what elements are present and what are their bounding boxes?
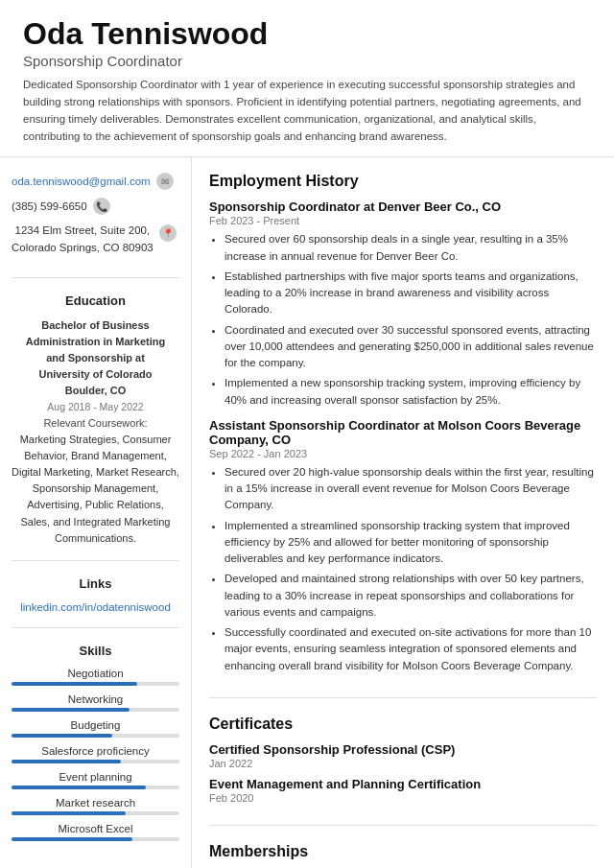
job-bullet: Established partnerships with five major… [224, 269, 597, 318]
linkedin-link[interactable]: linkedin.com/in/odatenniswood [20, 601, 171, 613]
contact-section: oda.tenniswood@gmail.com ✉ (385) 599-665… [12, 173, 179, 278]
job-bullet: Successfully coordinated and executed on… [224, 624, 597, 674]
job-title: Assistant Sponsorship Coordinator at Mol… [209, 418, 597, 447]
skill-bar-fill [12, 837, 132, 841]
education-content: Bachelor of Business Administration in M… [12, 317, 179, 547]
candidate-name: Oda Tenniswood [23, 17, 591, 51]
education-heading: Education [12, 293, 179, 308]
coursework-text: Marketing Strategies, Consumer Behavior,… [12, 434, 179, 543]
phone-item: (385) 599-6650 📞 [12, 198, 179, 215]
links-heading: Links [12, 576, 179, 591]
skills-section: Skills Negotiation Networking Budgeting … [12, 644, 179, 862]
cert-name: Event Management and Planning Certificat… [209, 777, 597, 791]
candidate-summary: Dedicated Sponsorship Coordinator with 1… [23, 77, 591, 145]
certificates-list: Certified Sponsorship Professional (CSP)… [209, 742, 597, 804]
resume: Oda Tenniswood Sponsorship Coordinator D… [0, 0, 614, 868]
skill-name: Networking [12, 693, 179, 705]
job-entry: Sponsorship Coordinator at Denver Beer C… [209, 199, 597, 409]
degree-line3: and Sponsorship at [46, 352, 145, 364]
education-dates: Aug 2018 - May 2022 [47, 401, 143, 412]
skill-bar-bg [12, 734, 179, 738]
degree-line1: Bachelor of Business [41, 319, 149, 331]
skill-bar-fill [12, 760, 121, 763]
main-layout: oda.tenniswood@gmail.com ✉ (385) 599-665… [0, 157, 614, 868]
skill-name: Microsoft Excel [12, 823, 179, 834]
skill-item: Event planning [12, 771, 179, 789]
university-name: University of Colorado [39, 368, 153, 380]
memberships-section: Memberships Association of Fundraising P… [209, 843, 597, 868]
skill-bar-fill [12, 708, 130, 712]
job-bullet: Secured over 20 high-value sponsorship d… [224, 464, 597, 514]
skill-item: Networking [12, 693, 179, 712]
job-title: Sponsorship Coordinator at Denver Beer C… [209, 199, 597, 214]
skill-item: Market research [12, 797, 179, 815]
certificate-entry: Event Management and Planning Certificat… [209, 777, 597, 804]
job-bullet: Implemented a new sponsorship tracking s… [224, 375, 597, 409]
email-item: oda.tenniswood@gmail.com ✉ [12, 173, 179, 190]
skills-heading: Skills [12, 644, 179, 658]
degree-line2: Administration in Marketing [26, 336, 165, 347]
skill-bar-bg [12, 786, 179, 789]
cert-name: Certified Sponsorship Professional (CSP) [209, 742, 597, 757]
skill-name: Negotiation [12, 668, 179, 679]
skill-bar-fill [12, 682, 137, 686]
email-icon: ✉ [156, 173, 174, 190]
skill-item: Salesforce proficiency [12, 745, 179, 763]
job-bullet: Coordinated and executed over 30 success… [224, 322, 597, 372]
address-item: 1234 Elm Street, Suite 200,Colorado Spri… [12, 223, 179, 256]
skill-name: Event planning [12, 771, 179, 783]
phone-icon: 📞 [93, 198, 110, 215]
skill-bar-bg [12, 708, 179, 712]
skill-bar-bg [12, 811, 179, 815]
phone-number: (385) 599-6650 [12, 199, 87, 215]
university-location: Boulder, CO [65, 385, 127, 396]
skill-bar-fill [12, 786, 146, 789]
skill-item: Microsoft Excel [12, 823, 179, 841]
employment-section: Employment History Sponsorship Coordinat… [209, 173, 597, 698]
links-section: Links linkedin.com/in/odatenniswood [12, 576, 179, 628]
skill-item: Budgeting [12, 719, 179, 738]
job-bullet: Implemented a streamlined sponsorship tr… [224, 518, 597, 568]
job-bullet: Secured over 60 sponsorship deals in a s… [224, 231, 597, 265]
job-date: Sep 2022 - Jan 2023 [209, 448, 597, 459]
skill-name: Budgeting [12, 719, 179, 731]
coursework-label: Relevant Coursework: [43, 417, 147, 429]
cert-date: Feb 2020 [209, 792, 597, 804]
certificates-heading: Certificates [209, 716, 597, 733]
cert-date: Jan 2022 [209, 758, 597, 769]
jobs-list: Sponsorship Coordinator at Denver Beer C… [209, 199, 597, 674]
main-content: Employment History Sponsorship Coordinat… [192, 157, 614, 868]
skill-bar-fill [12, 811, 126, 815]
email-link[interactable]: oda.tenniswood@gmail.com [12, 176, 151, 187]
memberships-heading: Memberships [209, 843, 597, 860]
skill-bar-bg [12, 682, 179, 686]
employment-heading: Employment History [209, 173, 597, 190]
candidate-title: Sponsorship Coordinator [23, 53, 591, 69]
sidebar: oda.tenniswood@gmail.com ✉ (385) 599-665… [0, 157, 192, 868]
skill-name: Salesforce proficiency [12, 745, 179, 757]
education-section: Education Bachelor of Business Administr… [12, 293, 179, 561]
skill-bar-fill [12, 734, 112, 738]
job-bullet: Developed and maintained strong relation… [224, 571, 597, 621]
job-bullets: Secured over 60 sponsorship deals in a s… [209, 231, 597, 409]
skill-item: Negotiation [12, 668, 179, 686]
skills-list: Negotiation Networking Budgeting Salesfo… [12, 668, 179, 841]
address-text: 1234 Elm Street, Suite 200,Colorado Spri… [12, 223, 154, 256]
certificates-section: Certificates Certified Sponsorship Profe… [209, 716, 597, 826]
skill-bar-bg [12, 760, 179, 763]
job-bullets: Secured over 20 high-value sponsorship d… [209, 464, 597, 674]
address-icon: 📍 [159, 224, 177, 242]
skill-bar-bg [12, 837, 179, 841]
skill-name: Market research [12, 797, 179, 809]
certificate-entry: Certified Sponsorship Professional (CSP)… [209, 742, 597, 769]
job-entry: Assistant Sponsorship Coordinator at Mol… [209, 418, 597, 674]
job-date: Feb 2023 - Present [209, 215, 597, 226]
header-section: Oda Tenniswood Sponsorship Coordinator D… [0, 0, 614, 157]
